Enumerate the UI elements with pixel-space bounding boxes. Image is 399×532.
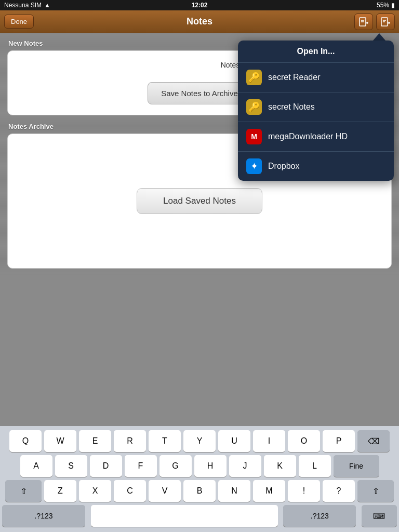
export-txt-button[interactable] xyxy=(354,14,373,30)
key-w[interactable]: W xyxy=(44,430,76,452)
keyboard-row-1: Q W E R T Y U I O P ⌫ xyxy=(2,430,397,452)
key-r[interactable]: R xyxy=(114,430,146,452)
key-number-left[interactable]: .?123 xyxy=(2,505,85,527)
key-i[interactable]: I xyxy=(253,430,285,452)
key-y[interactable]: Y xyxy=(183,430,216,452)
key-g[interactable]: G xyxy=(159,455,192,477)
key-exclaim[interactable]: ! xyxy=(288,480,320,502)
popup-item-megadownloader[interactable]: M megaDownloader HD xyxy=(238,122,394,152)
key-z[interactable]: Z xyxy=(44,480,76,502)
wifi-icon: ▲ xyxy=(44,2,50,9)
export-rtf-icon xyxy=(380,17,391,27)
key-u[interactable]: U xyxy=(218,430,250,452)
popup-box: Open In... 🔑 secret Reader 🔑 secret Note… xyxy=(238,41,394,181)
popup-item-dropbox[interactable]: ✦ Dropbox xyxy=(238,152,394,181)
secret-reader-icon: 🔑 xyxy=(246,70,262,85)
status-time: 12:02 xyxy=(192,2,208,9)
load-saved-notes-button[interactable]: Load Saved Notes xyxy=(137,188,262,214)
key-m[interactable]: M xyxy=(253,480,285,502)
key-j[interactable]: J xyxy=(229,455,261,477)
key-p[interactable]: P xyxy=(323,430,355,452)
key-e[interactable]: E xyxy=(79,430,111,452)
popup-title: Open In... xyxy=(238,41,394,63)
key-n[interactable]: N xyxy=(218,480,250,502)
popup-item-label: secret Notes xyxy=(268,102,315,112)
popup-item-secret-notes[interactable]: 🔑 secret Notes xyxy=(238,92,394,122)
export-rtf-button[interactable] xyxy=(376,14,395,30)
popup-arrow xyxy=(373,33,385,41)
key-backspace[interactable]: ⌫ xyxy=(357,430,390,452)
key-b[interactable]: B xyxy=(183,480,216,502)
page-title: Notes xyxy=(187,16,212,27)
key-fine[interactable]: Fine xyxy=(334,455,379,477)
keyboard-row-bottom: .?123 .?123 ⌨ xyxy=(2,505,397,527)
open-in-popup: Open In... 🔑 secret Reader 🔑 secret Note… xyxy=(238,33,394,181)
status-bar: Nessuna SIM ▲ 12:02 55% ▮ xyxy=(0,0,399,10)
export-txt-icon xyxy=(358,17,369,27)
keyboard-row-3: ⇧ Z X C V B N M ! ? ⇧ xyxy=(2,480,397,502)
key-shift-right[interactable]: ⇧ xyxy=(357,480,394,502)
popup-item-label: megaDownloader HD xyxy=(268,132,348,141)
key-space[interactable] xyxy=(91,505,278,527)
key-shift-left[interactable]: ⇧ xyxy=(5,480,42,502)
key-a[interactable]: A xyxy=(20,455,52,477)
battery-label: 55% xyxy=(377,2,389,9)
key-v[interactable]: V xyxy=(149,480,181,502)
key-f[interactable]: F xyxy=(125,455,157,477)
save-notes-button[interactable]: Save Notes to Archive xyxy=(148,82,251,104)
popup-item-label: Dropbox xyxy=(268,162,299,171)
key-d[interactable]: D xyxy=(90,455,122,477)
nav-right-buttons xyxy=(354,14,395,30)
dropbox-icon: ✦ xyxy=(246,158,262,174)
keyboard-row-2: A S D F G H J K L Fine xyxy=(2,455,397,477)
key-h[interactable]: H xyxy=(194,455,227,477)
carrier-label: Nessuna SIM xyxy=(4,2,42,9)
key-dismiss-keyboard[interactable]: ⌨ xyxy=(362,505,397,527)
done-button[interactable]: Done xyxy=(4,15,34,29)
key-t[interactable]: T xyxy=(149,430,181,452)
key-l[interactable]: L xyxy=(299,455,331,477)
popup-item-label: secret Reader xyxy=(268,73,321,82)
key-question[interactable]: ? xyxy=(323,480,355,502)
key-s[interactable]: S xyxy=(55,455,87,477)
key-k[interactable]: K xyxy=(264,455,296,477)
key-number-right[interactable]: .?123 xyxy=(283,505,356,527)
key-q[interactable]: Q xyxy=(9,430,42,452)
nav-bar: Done Notes xyxy=(0,10,399,33)
status-left: Nessuna SIM ▲ xyxy=(4,2,50,9)
megadownloader-icon: M xyxy=(246,129,262,144)
key-x[interactable]: X xyxy=(79,480,111,502)
key-o[interactable]: O xyxy=(288,430,320,452)
battery-icon: ▮ xyxy=(391,2,395,9)
status-right: 55% ▮ xyxy=(377,2,395,9)
keyboard: Q W E R T Y U I O P ⌫ A S D F G H J K L … xyxy=(0,426,399,532)
secret-notes-icon: 🔑 xyxy=(246,99,262,115)
popup-item-secret-reader[interactable]: 🔑 secret Reader xyxy=(238,63,394,92)
key-c[interactable]: C xyxy=(114,480,146,502)
